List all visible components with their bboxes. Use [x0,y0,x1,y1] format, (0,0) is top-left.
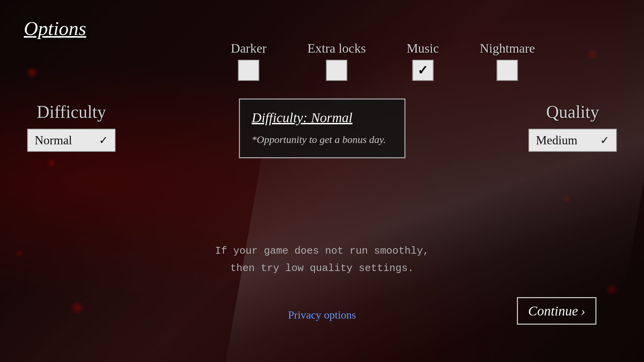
difficulty-arrow: ✓ [99,134,108,147]
continue-button-text: Continue [528,303,578,319]
difficulty-dropdown[interactable]: Normal ✓ [27,129,116,152]
continue-arrow-icon: › [581,303,585,319]
difficulty-section: Difficulty Normal ✓ [27,102,116,152]
checkbox-item-music: Music [406,41,439,81]
privacy-options-link[interactable]: Privacy options [288,309,356,321]
checkbox-item-nightmare: Nightmare [480,41,535,81]
middle-section: Difficulty Normal ✓ Difficulty: Normal *… [0,98,644,158]
continue-button[interactable]: Continue › [517,297,596,325]
difficulty-title: Difficulty [37,102,106,122]
hint-line-1: If your game does not run smoothly, [215,242,429,260]
quality-section: Quality Medium ✓ [528,102,617,152]
extra-locks-label: Extra locks [307,41,366,56]
info-box-description: *Opportunity to get a bonus day. [252,134,386,145]
info-box-title: Difficulty: Normal [252,110,393,126]
quality-title: Quality [546,102,599,122]
nightmare-label: Nightmare [480,41,535,56]
extra-locks-checkbox[interactable] [326,60,347,81]
nightmare-checkbox[interactable] [497,60,518,81]
checkboxes-row: Darker Extra locks Music Nightmare [231,41,535,81]
checkbox-item-darker: Darker [231,41,266,81]
music-label: Music [406,41,439,56]
quality-arrow: ✓ [600,134,609,147]
music-checkbox[interactable] [412,60,433,81]
difficulty-value: Normal [35,133,72,147]
checkbox-item-extra-locks: Extra locks [307,41,366,81]
page-title: Options [24,17,86,40]
quality-dropdown[interactable]: Medium ✓ [528,129,617,152]
hint-text: If your game does not run smoothly, then… [215,242,429,277]
quality-value: Medium [536,133,577,147]
hint-line-2: then try low quality settings. [215,260,429,277]
info-box: Difficulty: Normal *Opportunity to get a… [239,98,405,158]
darker-label: Darker [231,41,266,56]
darker-checkbox[interactable] [238,60,259,81]
